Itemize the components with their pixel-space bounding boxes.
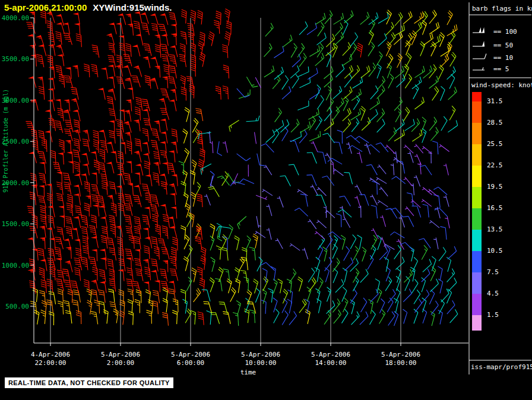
wind-barb-staff xyxy=(53,78,55,90)
colorbar-tick-label: 7.5 xyxy=(487,268,499,276)
wind-barb-feather xyxy=(33,290,37,293)
wind-barb-feather xyxy=(145,125,150,125)
wind-barb-half-feather xyxy=(75,68,78,68)
wind-barb-feather xyxy=(49,125,55,126)
wind-barb-staff xyxy=(165,119,167,131)
wind-barb-feather xyxy=(49,122,55,123)
wind-barb xyxy=(246,236,251,250)
wind-barb-feather xyxy=(71,87,76,88)
wind-barb-pennant xyxy=(142,259,148,262)
wind-barb xyxy=(134,185,141,196)
wind-barb-feather xyxy=(56,182,62,183)
wind-barb xyxy=(413,257,418,271)
wind-barb-feather xyxy=(190,65,195,67)
wind-barb xyxy=(357,43,363,58)
wind-barb-feather xyxy=(134,226,140,227)
wind-barb xyxy=(290,65,299,78)
wind-barb xyxy=(420,42,425,56)
wind-barb-feather xyxy=(119,209,124,211)
wind-barb-half-feather xyxy=(428,191,430,192)
wind-barb-staff xyxy=(175,193,175,205)
wind-barb-feather xyxy=(152,216,157,218)
wind-barb-feather xyxy=(59,77,64,78)
wind-barb-half-feather xyxy=(202,254,205,255)
wind-barb-feather xyxy=(124,204,129,204)
wind-barb-feather xyxy=(216,86,221,88)
wind-barb-pennant xyxy=(27,269,33,271)
wind-barb-half-feather xyxy=(317,292,319,294)
wind-barb xyxy=(91,65,97,78)
wind-barb-feather xyxy=(452,300,455,305)
wind-barb-feather xyxy=(127,272,132,273)
wind-barb-feather xyxy=(109,59,114,60)
wind-barb-half-feather xyxy=(61,148,64,149)
wind-barb-feather xyxy=(99,303,104,304)
wind-barb-feather xyxy=(32,140,37,141)
wind-barb-feather xyxy=(423,204,428,205)
wind-barb-half-feather xyxy=(281,71,282,73)
wind-barb xyxy=(48,249,55,261)
wind-barb-half-feather xyxy=(192,198,195,199)
wind-barb-feather xyxy=(351,65,353,70)
wind-barb xyxy=(64,33,72,45)
wind-barb-feather xyxy=(47,279,52,280)
wind-barb-staff xyxy=(274,313,279,323)
wind-barb-staff xyxy=(148,282,149,294)
wind-barb-feather xyxy=(145,80,150,81)
wind-barb-pennant xyxy=(123,121,129,123)
legend-item-label: == 5 xyxy=(493,65,509,73)
wind-barb xyxy=(169,55,176,67)
wind-barb xyxy=(99,130,106,142)
wind-barb-feather xyxy=(125,61,130,61)
wind-barb-half-feather xyxy=(453,70,454,72)
wind-barb-feather xyxy=(74,270,80,271)
wind-barb-feather xyxy=(144,46,149,46)
wind-barb-feather xyxy=(74,141,79,142)
wind-barb-half-feather xyxy=(343,239,345,240)
wind-barb xyxy=(473,41,484,46)
wind-barb-half-feather xyxy=(157,123,160,123)
wind-barb-feather xyxy=(454,246,456,251)
wind-barb-feather xyxy=(119,43,124,45)
wind-barb-feather xyxy=(144,250,150,251)
wind-barb-half-feather xyxy=(175,304,178,304)
wind-barb-half-feather xyxy=(128,224,131,224)
wind-barb-feather xyxy=(197,15,202,17)
wind-barb xyxy=(153,162,159,174)
wind-barb-feather xyxy=(135,139,140,140)
wind-barb-feather xyxy=(190,16,195,18)
wind-barb-feather xyxy=(249,310,254,311)
wind-barb xyxy=(395,108,401,122)
wind-barb-feather xyxy=(100,142,106,143)
wind-barb xyxy=(360,269,369,283)
wind-barb-feather xyxy=(360,109,361,114)
wind-barb xyxy=(59,215,64,227)
wind-barb-feather xyxy=(163,61,168,61)
wind-barb-feather xyxy=(91,185,96,185)
wind-barb xyxy=(169,66,176,78)
wind-barb-feather xyxy=(169,12,174,13)
wind-barb-half-feather xyxy=(434,120,436,123)
wind-barb-pennant xyxy=(126,161,131,164)
wind-barb-pennant xyxy=(39,185,44,188)
wind-barb xyxy=(39,162,46,174)
wind-barb-feather xyxy=(75,206,80,207)
wind-barb-feather xyxy=(163,65,169,66)
wind-barb-feather xyxy=(107,240,112,240)
wind-barb xyxy=(308,268,315,282)
wind-barb-feather xyxy=(110,188,115,189)
wind-barb-pennant xyxy=(144,207,150,209)
wind-barb-feather xyxy=(226,21,231,23)
wind-barb-feather xyxy=(74,161,79,163)
colorbar-band xyxy=(472,101,482,123)
wind-barb-staff xyxy=(349,173,352,184)
wind-barb-half-feather xyxy=(271,27,272,29)
wind-barb-feather xyxy=(452,269,454,274)
wind-barb xyxy=(297,100,309,110)
wind-barb-feather xyxy=(144,120,149,121)
wind-barb-pennant xyxy=(98,88,103,90)
wind-barb-feather xyxy=(170,17,175,17)
wind-barb xyxy=(151,140,159,153)
wind-barb-pennant xyxy=(169,100,174,102)
wind-barb xyxy=(66,203,73,216)
